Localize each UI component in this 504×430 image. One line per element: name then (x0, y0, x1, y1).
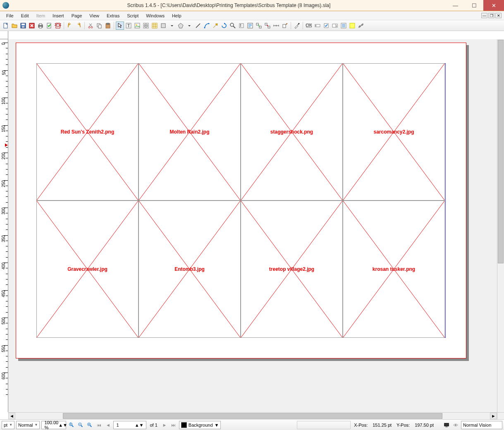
svg-point-11 (88, 26, 90, 28)
svg-text:T: T (127, 23, 130, 28)
zoom-input[interactable]: 100.00 %▲▼ (41, 421, 66, 429)
menu-view[interactable]: View (86, 12, 103, 19)
redo-icon[interactable] (74, 22, 83, 30)
maximize-button[interactable]: ☐ (465, 0, 483, 11)
preview-label: Normal (18, 423, 33, 428)
bezier-icon[interactable] (203, 22, 211, 30)
last-page-icon[interactable]: ⏭ (170, 421, 177, 429)
xpos-value: 151.25 pt (371, 423, 393, 428)
vertical-ruler[interactable]: 050100150200250300350400450500550600 (0, 39, 8, 412)
scrollbar-thumb[interactable] (498, 40, 504, 263)
preview-icon[interactable] (452, 421, 459, 429)
close-button[interactable]: ✕ (483, 0, 504, 11)
pdf-link-icon[interactable] (357, 22, 365, 30)
scroll-right-button[interactable]: ► (490, 413, 497, 419)
svg-rect-7 (39, 26, 42, 28)
polygon-dropdown-icon[interactable] (185, 22, 193, 30)
menu-bar: File Edit Item Insert Page View Extras S… (0, 11, 504, 20)
pdf-button-icon[interactable]: OK (305, 22, 313, 30)
story-editor-icon[interactable] (246, 22, 254, 30)
next-page-icon[interactable]: ► (161, 421, 168, 429)
ruler-corner[interactable] (0, 31, 8, 39)
text-frame-icon[interactable]: T (124, 22, 133, 30)
menu-insert[interactable]: Insert (49, 12, 68, 19)
menu-script[interactable]: Script (123, 12, 142, 19)
pdf-checkbox-icon[interactable] (322, 22, 330, 30)
zoom-out-icon[interactable] (77, 421, 84, 429)
copy-properties-icon[interactable] (281, 22, 289, 30)
minimize-button[interactable]: — (446, 0, 465, 11)
menu-page[interactable]: Page (68, 12, 86, 19)
image-frame[interactable]: krosan tusker.png (343, 201, 445, 338)
preflight-icon[interactable] (45, 22, 53, 30)
rotate-icon[interactable] (220, 22, 228, 30)
close-doc-icon[interactable] (28, 22, 36, 30)
layer-selector[interactable]: Background ▼ (179, 421, 221, 429)
menu-windows[interactable]: Windows (142, 12, 168, 19)
open-icon[interactable] (10, 22, 19, 30)
pdf-listbox-icon[interactable] (339, 22, 348, 30)
horizontal-scrollbar[interactable]: ◄ ► (8, 412, 497, 419)
first-page-icon[interactable]: ⏮ (95, 421, 103, 429)
render-frame-icon[interactable] (142, 22, 150, 30)
menu-help[interactable]: Help (168, 12, 185, 19)
shape-dropdown-icon[interactable] (168, 22, 176, 30)
image-frame-icon[interactable] (133, 22, 141, 30)
paste-icon[interactable] (104, 22, 112, 30)
print-icon[interactable] (36, 22, 45, 30)
pdf-annotation-icon[interactable] (348, 22, 356, 30)
menu-file[interactable]: File (2, 12, 17, 19)
scrollbar-thumb[interactable] (63, 413, 442, 419)
menu-edit[interactable]: Edit (17, 12, 33, 19)
mdi-minimize-button[interactable]: — (481, 13, 487, 18)
image-frame[interactable]: Gravecrawler.jpg (36, 201, 139, 338)
svg-point-66 (455, 424, 456, 426)
pdf-textfield-icon[interactable] (313, 22, 322, 30)
cut-icon[interactable] (86, 22, 95, 30)
mdi-restore-button[interactable]: ❐ (488, 13, 494, 18)
edit-contents-icon[interactable] (237, 22, 246, 30)
menu-item[interactable]: Item (33, 12, 49, 19)
table-icon[interactable] (150, 22, 159, 30)
freehand-icon[interactable] (211, 22, 220, 30)
line-icon[interactable] (194, 22, 202, 30)
image-frame[interactable]: Molten Rain2.jpg (139, 63, 241, 201)
image-frame[interactable]: Entomb3.jpg (139, 201, 241, 338)
image-filename: Red Sun's Zenith2.png (61, 129, 115, 135)
unit-selector[interactable]: pt▼ (2, 421, 14, 429)
mdi-close-button[interactable]: ✕ (495, 13, 502, 18)
page-number-input[interactable]: 1▲▼ (113, 421, 146, 429)
menu-extras[interactable]: Extras (103, 12, 123, 19)
xpos-label: X-Pos: (352, 423, 369, 428)
canvas-area[interactable]: Red Sun's Zenith2.pngMolten Rain2.jpgsta… (8, 39, 497, 412)
zoom-icon[interactable] (229, 22, 237, 30)
measure-icon[interactable] (272, 22, 280, 30)
image-frame[interactable]: sarcomancy2.jpg (343, 63, 445, 201)
pdf-combobox-icon[interactable] (331, 22, 339, 30)
preview-mode-selector[interactable]: Normal▼ (16, 421, 40, 429)
new-icon[interactable] (2, 22, 10, 30)
vision-mode-selector[interactable]: Normal Vision (461, 421, 502, 429)
image-frame[interactable]: staggershock.png (241, 63, 343, 201)
image-frame[interactable]: Red Sun's Zenith2.png (36, 63, 139, 201)
cms-icon[interactable] (443, 421, 450, 429)
mdi-controls: — ❐ ✕ (481, 13, 502, 18)
vertical-scrollbar[interactable] (497, 39, 504, 412)
svg-rect-31 (256, 23, 258, 25)
svg-rect-19 (135, 23, 140, 28)
zoom-in-icon[interactable] (86, 421, 93, 429)
copy-icon[interactable] (95, 22, 103, 30)
prev-page-icon[interactable]: ◄ (104, 421, 112, 429)
image-frame[interactable]: treetop village2.jpg (241, 201, 343, 338)
eyedropper-icon[interactable] (293, 22, 301, 30)
shape-icon[interactable] (159, 22, 167, 30)
unlink-frames-icon[interactable] (263, 22, 272, 30)
link-frames-icon[interactable] (255, 22, 263, 30)
pdf-icon[interactable]: PDF (54, 22, 62, 30)
scroll-left-button[interactable]: ◄ (8, 413, 15, 419)
save-icon[interactable] (19, 22, 27, 30)
undo-icon[interactable] (66, 22, 74, 30)
zoom-fit-icon[interactable]: 1 (68, 421, 75, 429)
polygon-icon[interactable] (177, 22, 185, 30)
select-tool-icon[interactable] (116, 22, 124, 30)
